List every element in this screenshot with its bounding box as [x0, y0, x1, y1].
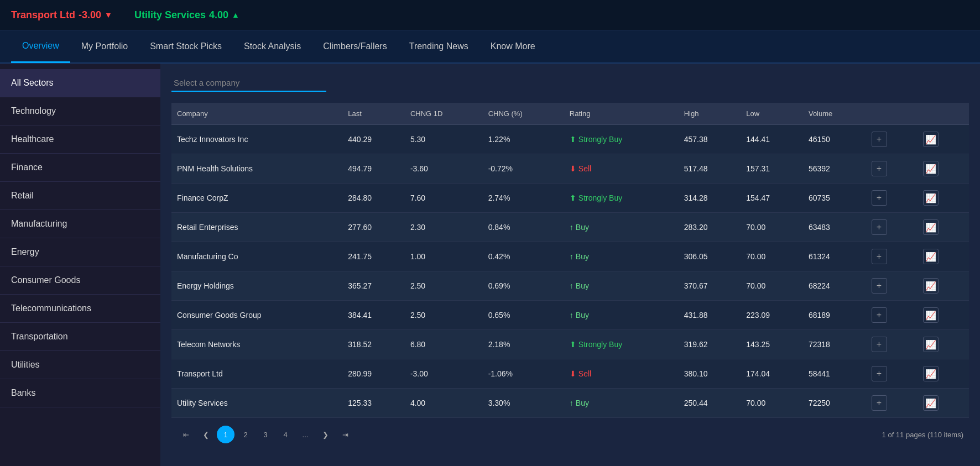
add-button[interactable]: +	[872, 161, 887, 176]
nav-item-portfolio[interactable]: My Portfolio	[70, 30, 139, 63]
cell-add: +	[866, 359, 918, 389]
cell-add: +	[866, 213, 918, 242]
cell-company: Transport Ltd	[171, 359, 342, 389]
ticker-name-1: Transport Ltd	[11, 9, 75, 21]
cell-chng1d: -3.60	[405, 154, 483, 184]
sidebar-item-manufacturing[interactable]: Manufacturing	[0, 210, 160, 238]
main-container: All Sectors Technology Healthcare Financ…	[0, 64, 980, 466]
cell-company: Telecom Networks	[171, 330, 342, 359]
cell-volume: 68224	[803, 271, 866, 301]
rating-cell: ⬇ Sell	[570, 369, 673, 378]
nav-item-stock-analysis[interactable]: Stock Analysis	[233, 30, 312, 63]
add-button[interactable]: +	[872, 190, 887, 206]
page-btn-2[interactable]: 2	[237, 426, 254, 443]
sidebar-item-utilities[interactable]: Utilities	[0, 351, 160, 379]
pagination-controls: ⇤ ❮ 1 2 3 4 ... ❯ ⇥	[177, 426, 354, 443]
cell-volume: 72250	[803, 389, 866, 418]
add-button[interactable]: +	[872, 219, 887, 235]
ticker-bar: Transport Ltd -3.00 ▼ Utility Services 4…	[0, 0, 980, 30]
rating-cell: ⬆ Strongly Buy	[570, 340, 673, 349]
cell-chng1d: 2.50	[405, 301, 483, 330]
chart-button[interactable]: 📈	[923, 249, 939, 264]
cell-company: Techz Innovators Inc	[171, 125, 342, 154]
cell-volume: 68189	[803, 301, 866, 330]
cell-company: Energy Holdings	[171, 271, 342, 301]
cell-low: 143.25	[741, 330, 803, 359]
col-chng1d: CHNG 1D	[405, 103, 483, 125]
chart-button[interactable]: 📈	[923, 395, 939, 411]
page-first-btn[interactable]: ⇤	[177, 426, 195, 443]
sidebar-item-transportation[interactable]: Transportation	[0, 323, 160, 351]
chart-button[interactable]: 📈	[923, 190, 939, 206]
sidebar-item-energy[interactable]: Energy	[0, 238, 160, 266]
add-button[interactable]: +	[872, 337, 887, 352]
page-btn-1[interactable]: 1	[217, 426, 234, 443]
page-btn-3[interactable]: 3	[257, 426, 274, 443]
cell-add: +	[866, 242, 918, 271]
rating-cell: ⬇ Sell	[570, 164, 673, 173]
sidebar-item-consumer-goods[interactable]: Consumer Goods	[0, 266, 160, 295]
cell-last: 277.60	[342, 213, 405, 242]
cell-low: 157.31	[741, 154, 803, 184]
page-btn-4[interactable]: 4	[277, 426, 294, 443]
cell-chart: 📈	[918, 184, 969, 213]
cell-add: +	[866, 154, 918, 184]
sidebar-item-retail[interactable]: Retail	[0, 182, 160, 210]
pagination-bar: ⇤ ❮ 1 2 3 4 ... ❯ ⇥ 1 of 11 pages (110 i…	[171, 418, 969, 446]
sidebar-item-technology[interactable]: Technology	[0, 97, 160, 125]
search-input[interactable]	[171, 75, 326, 92]
cell-chng-pct: 2.18%	[483, 330, 564, 359]
table-row: PNM Health Solutions 494.79 -3.60 -0.72%…	[171, 154, 969, 184]
nav-item-stock-picks[interactable]: Smart Stock Picks	[139, 30, 233, 63]
page-dots: ...	[296, 426, 314, 443]
chart-button[interactable]: 📈	[923, 219, 939, 235]
nav-item-know-more[interactable]: Know More	[479, 30, 546, 63]
add-button[interactable]: +	[872, 278, 887, 294]
add-button[interactable]: +	[872, 366, 887, 381]
cell-high: 314.28	[679, 184, 741, 213]
rating-cell: ↑ Buy	[570, 399, 673, 407]
cell-add: +	[866, 184, 918, 213]
cell-add: +	[866, 301, 918, 330]
cell-low: 70.00	[741, 242, 803, 271]
add-button[interactable]: +	[872, 395, 887, 411]
cell-company: PNM Health Solutions	[171, 154, 342, 184]
rating-icon: ⬆	[570, 135, 576, 144]
chart-button[interactable]: 📈	[923, 307, 939, 323]
nav-item-climbers-fallers[interactable]: Climbers/Fallers	[312, 30, 398, 63]
rating-cell: ↑ Buy	[570, 223, 673, 232]
add-button[interactable]: +	[872, 307, 887, 323]
table-row: Retail Enterprises 277.60 2.30 0.84% ↑ B…	[171, 213, 969, 242]
sidebar-item-finance[interactable]: Finance	[0, 154, 160, 182]
cell-chng1d: 5.30	[405, 125, 483, 154]
cell-rating: ↑ Buy	[564, 271, 679, 301]
cell-chng1d: 7.60	[405, 184, 483, 213]
chart-button[interactable]: 📈	[923, 337, 939, 352]
chart-button[interactable]: 📈	[923, 366, 939, 381]
cell-low: 154.47	[741, 184, 803, 213]
nav-item-trending-news[interactable]: Trending News	[398, 30, 479, 63]
cell-company: Retail Enterprises	[171, 213, 342, 242]
sidebar-item-all-sectors[interactable]: All Sectors	[0, 69, 160, 97]
sidebar-item-banks[interactable]: Banks	[0, 379, 160, 407]
table-row: Transport Ltd 280.99 -3.00 -1.06% ⬇ Sell…	[171, 359, 969, 389]
rating-icon: ↑	[570, 399, 574, 407]
add-button[interactable]: +	[872, 132, 887, 147]
page-next-btn[interactable]: ❯	[316, 426, 334, 443]
page-last-btn[interactable]: ⇥	[336, 426, 354, 443]
page-prev-btn[interactable]: ❮	[197, 426, 215, 443]
chart-button[interactable]: 📈	[923, 161, 939, 176]
rating-icon: ↑	[570, 311, 574, 320]
nav-item-overview[interactable]: Overview	[11, 30, 70, 63]
chart-button[interactable]: 📈	[923, 132, 939, 147]
ticker-item-2: Utility Services 4.00 ▲	[134, 9, 239, 21]
cell-last: 284.80	[342, 184, 405, 213]
col-company: Company	[171, 103, 342, 125]
cell-high: 517.48	[679, 154, 741, 184]
add-button[interactable]: +	[872, 249, 887, 264]
sidebar-item-healthcare[interactable]: Healthcare	[0, 125, 160, 154]
cell-volume: 72318	[803, 330, 866, 359]
cell-low: 70.00	[741, 213, 803, 242]
chart-button[interactable]: 📈	[923, 278, 939, 294]
sidebar-item-telecommunications[interactable]: Telecommunications	[0, 295, 160, 323]
